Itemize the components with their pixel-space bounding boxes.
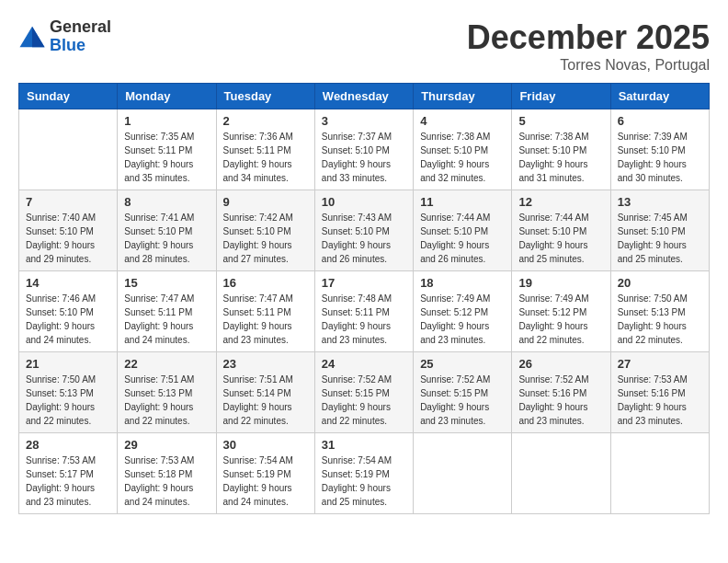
calendar-cell: 21Sunrise: 7:50 AM Sunset: 5:13 PM Dayli… (19, 352, 118, 433)
calendar-cell: 1Sunrise: 7:35 AM Sunset: 5:11 PM Daylig… (118, 109, 216, 190)
day-info: Sunrise: 7:48 AM Sunset: 5:11 PM Dayligh… (322, 292, 406, 347)
day-info: Sunrise: 7:53 AM Sunset: 5:16 PM Dayligh… (618, 373, 702, 428)
day-info: Sunrise: 7:41 AM Sunset: 5:10 PM Dayligh… (124, 211, 209, 266)
calendar-cell: 5Sunrise: 7:38 AM Sunset: 5:10 PM Daylig… (512, 109, 610, 190)
logo-general-text: General (50, 18, 111, 37)
day-number: 14 (26, 276, 110, 290)
calendar-cell: 13Sunrise: 7:45 AM Sunset: 5:10 PM Dayli… (610, 190, 709, 271)
day-number: 4 (420, 114, 505, 128)
calendar-cell: 30Sunrise: 7:54 AM Sunset: 5:19 PM Dayli… (216, 433, 314, 514)
header-day-monday: Monday (118, 84, 216, 109)
day-number: 16 (223, 276, 308, 290)
day-info: Sunrise: 7:36 AM Sunset: 5:11 PM Dayligh… (223, 130, 308, 185)
day-info: Sunrise: 7:44 AM Sunset: 5:10 PM Dayligh… (420, 211, 505, 266)
calendar-cell: 24Sunrise: 7:52 AM Sunset: 5:15 PM Dayli… (314, 352, 413, 433)
day-number: 17 (322, 276, 406, 290)
calendar-cell: 22Sunrise: 7:51 AM Sunset: 5:13 PM Dayli… (118, 352, 216, 433)
calendar-cell: 29Sunrise: 7:53 AM Sunset: 5:18 PM Dayli… (118, 433, 216, 514)
calendar-week-row: 14Sunrise: 7:46 AM Sunset: 5:10 PM Dayli… (19, 271, 710, 352)
day-number: 30 (223, 438, 308, 452)
day-info: Sunrise: 7:47 AM Sunset: 5:11 PM Dayligh… (223, 292, 308, 347)
day-info: Sunrise: 7:51 AM Sunset: 5:14 PM Dayligh… (223, 373, 308, 428)
page-container: General Blue December 2025 Torres Novas,… (18, 18, 710, 514)
calendar-cell: 26Sunrise: 7:52 AM Sunset: 5:16 PM Dayli… (512, 352, 610, 433)
calendar-cell: 31Sunrise: 7:54 AM Sunset: 5:19 PM Dayli… (314, 433, 413, 514)
day-number: 25 (420, 357, 505, 371)
calendar-cell: 8Sunrise: 7:41 AM Sunset: 5:10 PM Daylig… (118, 190, 216, 271)
header-day-friday: Friday (512, 84, 610, 109)
day-number: 15 (124, 276, 209, 290)
day-number: 1 (124, 114, 209, 128)
calendar-cell: 19Sunrise: 7:49 AM Sunset: 5:12 PM Dayli… (512, 271, 610, 352)
day-info: Sunrise: 7:50 AM Sunset: 5:13 PM Dayligh… (26, 373, 110, 428)
day-info: Sunrise: 7:38 AM Sunset: 5:10 PM Dayligh… (420, 130, 505, 185)
day-number: 26 (518, 357, 603, 371)
calendar-cell (414, 433, 512, 514)
calendar-subtitle: Torres Novas, Portugal (467, 57, 710, 74)
calendar-cell: 27Sunrise: 7:53 AM Sunset: 5:16 PM Dayli… (610, 352, 709, 433)
calendar-cell: 10Sunrise: 7:43 AM Sunset: 5:10 PM Dayli… (314, 190, 413, 271)
calendar-cell: 3Sunrise: 7:37 AM Sunset: 5:10 PM Daylig… (314, 109, 413, 190)
day-info: Sunrise: 7:52 AM Sunset: 5:15 PM Dayligh… (420, 373, 505, 428)
day-info: Sunrise: 7:37 AM Sunset: 5:10 PM Dayligh… (322, 130, 406, 185)
day-number: 8 (124, 195, 209, 209)
day-info: Sunrise: 7:53 AM Sunset: 5:17 PM Dayligh… (26, 454, 110, 509)
title-section: December 2025 Torres Novas, Portugal (467, 18, 710, 74)
day-number: 31 (322, 438, 406, 452)
calendar-cell: 2Sunrise: 7:36 AM Sunset: 5:11 PM Daylig… (216, 109, 314, 190)
day-info: Sunrise: 7:50 AM Sunset: 5:13 PM Dayligh… (618, 292, 702, 347)
day-number: 3 (322, 114, 406, 128)
calendar-week-row: 21Sunrise: 7:50 AM Sunset: 5:13 PM Dayli… (19, 352, 710, 433)
calendar-cell: 14Sunrise: 7:46 AM Sunset: 5:10 PM Dayli… (19, 271, 118, 352)
day-number: 20 (618, 276, 702, 290)
day-info: Sunrise: 7:54 AM Sunset: 5:19 PM Dayligh… (322, 454, 406, 509)
day-number: 10 (322, 195, 406, 209)
calendar-week-row: 7Sunrise: 7:40 AM Sunset: 5:10 PM Daylig… (19, 190, 710, 271)
day-info: Sunrise: 7:39 AM Sunset: 5:10 PM Dayligh… (618, 130, 702, 185)
day-number: 21 (26, 357, 110, 371)
day-info: Sunrise: 7:35 AM Sunset: 5:11 PM Dayligh… (124, 130, 209, 185)
calendar-table: SundayMondayTuesdayWednesdayThursdayFrid… (18, 83, 710, 514)
day-number: 13 (618, 195, 702, 209)
calendar-cell: 9Sunrise: 7:42 AM Sunset: 5:10 PM Daylig… (216, 190, 314, 271)
calendar-cell: 18Sunrise: 7:49 AM Sunset: 5:12 PM Dayli… (414, 271, 512, 352)
day-info: Sunrise: 7:49 AM Sunset: 5:12 PM Dayligh… (518, 292, 603, 347)
header-day-thursday: Thursday (414, 84, 512, 109)
day-info: Sunrise: 7:52 AM Sunset: 5:16 PM Dayligh… (518, 373, 603, 428)
calendar-week-row: 1Sunrise: 7:35 AM Sunset: 5:11 PM Daylig… (19, 109, 710, 190)
calendar-header-row: SundayMondayTuesdayWednesdayThursdayFrid… (19, 84, 710, 109)
day-info: Sunrise: 7:51 AM Sunset: 5:13 PM Dayligh… (124, 373, 209, 428)
day-info: Sunrise: 7:47 AM Sunset: 5:11 PM Dayligh… (124, 292, 209, 347)
day-number: 7 (26, 195, 110, 209)
day-number: 24 (322, 357, 406, 371)
calendar-cell (19, 109, 118, 190)
day-number: 28 (26, 438, 110, 452)
logo-icon (18, 23, 46, 51)
day-number: 22 (124, 357, 209, 371)
calendar-cell: 15Sunrise: 7:47 AM Sunset: 5:11 PM Dayli… (118, 271, 216, 352)
day-info: Sunrise: 7:49 AM Sunset: 5:12 PM Dayligh… (420, 292, 505, 347)
day-info: Sunrise: 7:46 AM Sunset: 5:10 PM Dayligh… (26, 292, 110, 347)
day-number: 19 (518, 276, 603, 290)
header-day-sunday: Sunday (19, 84, 118, 109)
day-info: Sunrise: 7:43 AM Sunset: 5:10 PM Dayligh… (322, 211, 406, 266)
calendar-cell: 4Sunrise: 7:38 AM Sunset: 5:10 PM Daylig… (414, 109, 512, 190)
header: General Blue December 2025 Torres Novas,… (18, 18, 710, 74)
day-number: 18 (420, 276, 505, 290)
calendar-cell (512, 433, 610, 514)
calendar-cell: 16Sunrise: 7:47 AM Sunset: 5:11 PM Dayli… (216, 271, 314, 352)
day-number: 5 (518, 114, 603, 128)
day-info: Sunrise: 7:54 AM Sunset: 5:19 PM Dayligh… (223, 454, 308, 509)
day-number: 23 (223, 357, 308, 371)
header-day-wednesday: Wednesday (314, 84, 413, 109)
logo-text: General Blue (50, 18, 111, 55)
day-number: 11 (420, 195, 505, 209)
day-number: 29 (124, 438, 209, 452)
day-info: Sunrise: 7:53 AM Sunset: 5:18 PM Dayligh… (124, 454, 209, 509)
calendar-cell: 20Sunrise: 7:50 AM Sunset: 5:13 PM Dayli… (610, 271, 709, 352)
svg-marker-1 (32, 27, 45, 48)
day-info: Sunrise: 7:52 AM Sunset: 5:15 PM Dayligh… (322, 373, 406, 428)
calendar-cell: 23Sunrise: 7:51 AM Sunset: 5:14 PM Dayli… (216, 352, 314, 433)
day-info: Sunrise: 7:42 AM Sunset: 5:10 PM Dayligh… (223, 211, 308, 266)
day-info: Sunrise: 7:44 AM Sunset: 5:10 PM Dayligh… (518, 211, 603, 266)
